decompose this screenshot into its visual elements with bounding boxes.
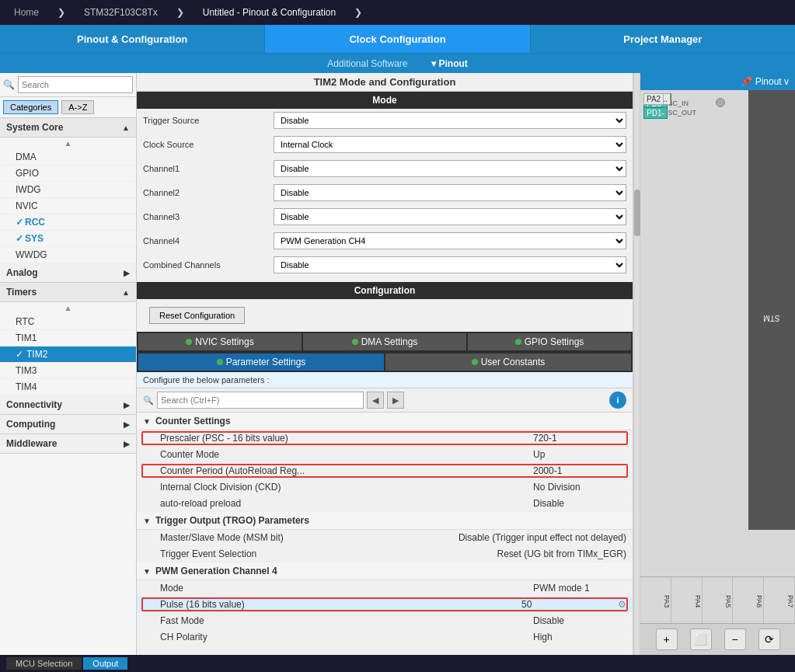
tab-pinout[interactable]: Pinout & Configuration: [0, 25, 265, 53]
fit-btn[interactable]: ⬜: [690, 628, 712, 650]
pa5-label: PA5: [703, 577, 734, 623]
sidebar-item-nvic[interactable]: NVIC: [0, 198, 136, 214]
parameter-settings-tab[interactable]: Parameter Settings: [138, 353, 384, 371]
nvic-tab[interactable]: NVIC Settings: [138, 333, 302, 350]
trigger-event-value: Reset (UG bit from TIMx_EGR): [497, 548, 626, 559]
prescaler-row[interactable]: Prescaler (PSC - 16 bits value) 720-1: [137, 430, 633, 447]
fast-mode-row[interactable]: Fast Mode Disable: [137, 613, 633, 629]
sidebar-item-tim3[interactable]: TIM3: [0, 363, 136, 379]
nvic-dot: [186, 339, 192, 345]
pinout-dropdown-icon: ▾: [431, 58, 436, 69]
channel3-select[interactable]: Disable: [274, 208, 626, 225]
reset-btn-container: Reset Configuration: [137, 299, 633, 332]
pin-pd1: PD1-: [643, 107, 668, 119]
mcu-selection-tab[interactable]: MCU Selection: [6, 657, 82, 670]
fast-mode-name: Fast Mode: [160, 615, 533, 626]
sidebar-item-wwdg[interactable]: WWDG: [0, 247, 136, 263]
clock-source-select[interactable]: Internal Clock: [274, 136, 626, 153]
pwm-group[interactable]: ▼ PWM Generation Channel 4: [137, 562, 633, 580]
tab-project-manager[interactable]: Project Manager: [531, 25, 795, 53]
internal-ckd-row[interactable]: Internal Clock Division (CKD) No Divisio…: [137, 479, 633, 496]
clock-source-label: Clock Source: [143, 140, 267, 149]
counter-mode-row[interactable]: Counter Mode Up: [137, 447, 633, 463]
nav-home[interactable]: Home: [6, 4, 47, 21]
sidebar-item-tim4[interactable]: TIM4: [0, 379, 136, 395]
trigger-event-row[interactable]: Trigger Event Selection Reset (UG bit fr…: [137, 546, 633, 562]
user-constants-dot: [472, 359, 478, 365]
counter-period-name: Counter Period (AutoReload Reg...: [160, 465, 533, 476]
mode-value: PWM mode 1: [533, 583, 626, 594]
nav-arrow-3: ❯: [347, 4, 370, 21]
pulse-value: 50: [521, 599, 615, 610]
sidebar-item-dma[interactable]: DMA: [0, 149, 136, 165]
computing-category[interactable]: Computing ▶: [0, 415, 136, 434]
nav-chip[interactable]: STM32F103C8Tx: [76, 4, 166, 21]
system-core-header[interactable]: System Core ▲: [0, 118, 136, 138]
trigger-source-row: Trigger Source Disable: [137, 109, 633, 133]
sidebar-item-sys[interactable]: ✓SYS: [0, 231, 136, 247]
reset-view-btn[interactable]: ⟳: [758, 628, 780, 650]
sidebar-item-tim1[interactable]: TIM1: [0, 330, 136, 346]
system-core-section: System Core ▲ ▲ DMA GPIO IWDG NVIC ✓RCC …: [0, 118, 136, 263]
ch-polarity-row[interactable]: CH Polarity High: [137, 629, 633, 646]
vertical-scrollbar[interactable]: [633, 73, 640, 655]
tim2-panel: TIM2 Mode and Configuration Mode Trigger…: [137, 73, 633, 655]
scrollbar-thumb[interactable]: [634, 190, 640, 236]
middleware-category[interactable]: Middleware ▶: [0, 434, 136, 454]
pulse-gear-icon[interactable]: ⚙: [618, 599, 626, 610]
next-result-btn[interactable]: ▶: [387, 392, 404, 409]
mode-row[interactable]: Mode PWM mode 1: [137, 580, 633, 597]
trigger-source-select[interactable]: Disable: [274, 112, 626, 129]
filter-az-btn[interactable]: A->Z: [61, 100, 94, 114]
sidebar-item-rcc[interactable]: ✓RCC: [0, 214, 136, 231]
info-button[interactable]: i: [609, 392, 626, 409]
gpio-dot: [515, 339, 521, 345]
reset-config-button[interactable]: Reset Configuration: [149, 307, 245, 324]
channel4-select[interactable]: PWM Generation CH4: [274, 232, 626, 249]
subtab-pinout[interactable]: ▾ Pinout: [431, 58, 468, 69]
sidebar-item-tim2[interactable]: ✓TIM2: [0, 346, 136, 363]
sidebar-item-rtc[interactable]: RTC: [0, 314, 136, 330]
param-search-input[interactable]: [157, 392, 364, 409]
search-input[interactable]: [18, 76, 133, 93]
pwm-arrow: ▼: [143, 567, 151, 576]
auto-reload-value: Disable: [533, 498, 626, 509]
channel1-select[interactable]: Disable: [274, 160, 626, 177]
subtab-additional[interactable]: Additional Software: [327, 58, 407, 69]
counter-settings-arrow: ▼: [143, 417, 151, 426]
internal-ckd-name: Internal Clock Division (CKD): [160, 482, 533, 493]
timers-header[interactable]: Timers ▲: [0, 283, 136, 302]
zoom-out-btn[interactable]: −: [724, 628, 746, 650]
trgo-group[interactable]: ▼ Trigger Output (TRGO) Parameters: [137, 512, 633, 530]
auto-reload-row[interactable]: auto-reload preload Disable: [137, 496, 633, 512]
combined-channels-select[interactable]: Disable: [274, 256, 626, 273]
prev-result-btn[interactable]: ◀: [367, 392, 384, 409]
bottom-tabs: MCU Selection Output: [6, 657, 127, 670]
counter-mode-name: Counter Mode: [160, 449, 533, 460]
sidebar-item-gpio[interactable]: GPIO: [0, 165, 136, 182]
pulse-row[interactable]: Pulse (16 bits value) 50 ⚙: [137, 597, 633, 613]
filter-categories-btn[interactable]: Categories: [3, 100, 58, 114]
zoom-in-btn[interactable]: +: [656, 628, 678, 650]
user-constants-tab[interactable]: User Constants: [385, 353, 631, 371]
sidebar: 🔍 ▾ ⚙ Categories A->Z System Core ▲ ▲ DM…: [0, 73, 137, 655]
gpio-tab[interactable]: GPIO Settings: [468, 333, 631, 350]
sidebar-item-iwdg[interactable]: IWDG: [0, 182, 136, 198]
connectivity-category[interactable]: Connectivity ▶: [0, 395, 136, 415]
param-search-icon: 🔍: [143, 395, 154, 406]
dma-tab[interactable]: DMA Settings: [303, 333, 466, 350]
channel2-select[interactable]: Disable: [274, 184, 626, 201]
pa3-label: PA3: [640, 577, 671, 623]
master-slave-row[interactable]: Master/Slave Mode (MSM bit) Disable (Tri…: [137, 530, 633, 546]
tab-clock[interactable]: Clock Configuration: [265, 25, 530, 53]
counter-settings-group[interactable]: ▼ Counter Settings: [137, 413, 633, 430]
content-area: 🔍 ▾ ⚙ Categories A->Z System Core ▲ ▲ DM…: [0, 73, 795, 655]
analog-category[interactable]: Analog ▶: [0, 263, 136, 283]
right-panel-header: 📌 Pinout v: [640, 73, 795, 90]
output-tab[interactable]: Output: [83, 657, 127, 670]
nav-project[interactable]: Untitled - Pinout & Configuration: [195, 4, 343, 21]
internal-ckd-value: No Division: [533, 482, 626, 493]
right-panel: 📌 Pinout v PC13- PC14- PC15- RCC_OSC_IN …: [640, 73, 795, 655]
channel2-label: Channel2: [143, 188, 267, 197]
counter-period-row[interactable]: Counter Period (AutoReload Reg... 2000-1: [137, 463, 633, 479]
